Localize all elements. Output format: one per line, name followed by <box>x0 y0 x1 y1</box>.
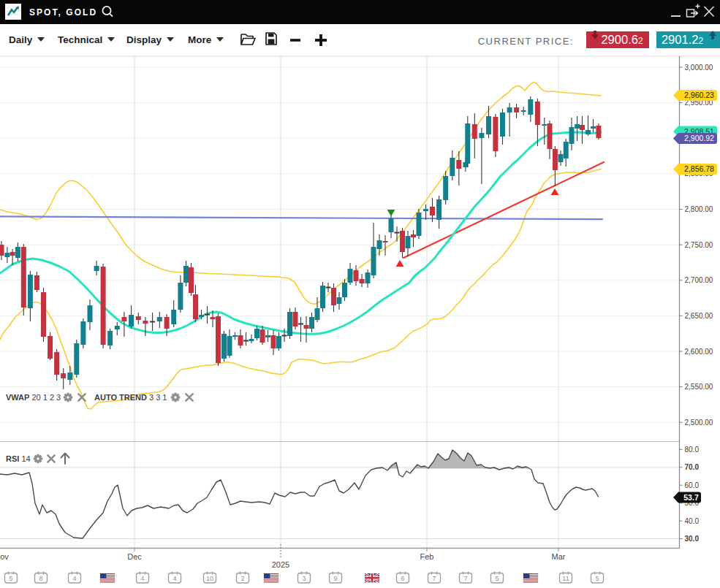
svg-text:4: 4 <box>173 575 176 582</box>
svg-text:4: 4 <box>72 575 76 582</box>
svg-text:8: 8 <box>39 575 42 582</box>
svg-text:2,960.23: 2,960.23 <box>684 91 714 99</box>
svg-text:RSI 14: RSI 14 <box>6 454 31 463</box>
svg-text:6: 6 <box>401 575 404 582</box>
svg-text:40.0: 40.0 <box>685 517 700 525</box>
svg-text:2,856.78: 2,856.78 <box>684 164 714 173</box>
svg-text:2,600.00: 2,600.00 <box>685 348 713 356</box>
svg-text:2025: 2025 <box>272 560 289 569</box>
svg-text:7: 7 <box>432 575 436 582</box>
svg-text:7: 7 <box>463 575 467 582</box>
svg-text:9: 9 <box>333 575 337 582</box>
svg-text:11: 11 <box>562 575 569 582</box>
svg-text:53.7: 53.7 <box>683 493 699 502</box>
svg-text:2,650.00: 2,650.00 <box>685 312 713 320</box>
svg-text:3: 3 <box>302 575 306 582</box>
svg-text:VWAP 20 1 2 3: VWAP 20 1 2 3 <box>6 393 61 402</box>
svg-text:2,550.00: 2,550.00 <box>685 383 713 391</box>
svg-text:2,500.00: 2,500.00 <box>685 419 713 427</box>
svg-text:2: 2 <box>240 575 244 582</box>
svg-text:10: 10 <box>206 575 213 582</box>
svg-text:2,800.00: 2,800.00 <box>685 205 713 213</box>
svg-text:80.0: 80.0 <box>685 446 700 454</box>
svg-text:5: 5 <box>595 575 599 582</box>
svg-text:Mar: Mar <box>552 552 566 561</box>
svg-text:Dec: Dec <box>127 552 142 561</box>
svg-text:60.0: 60.0 <box>685 481 700 489</box>
svg-text:2,750.00: 2,750.00 <box>685 241 713 249</box>
svg-text:Nov: Nov <box>0 552 9 561</box>
svg-text:70.0: 70.0 <box>685 463 700 471</box>
svg-text:5: 5 <box>9 575 12 582</box>
svg-text:5: 5 <box>495 575 499 582</box>
svg-text:AUTO TREND 3 3 1: AUTO TREND 3 3 1 <box>94 393 167 402</box>
svg-text:30.0: 30.0 <box>685 535 700 543</box>
svg-text:2,900.92: 2,900.92 <box>684 134 714 142</box>
svg-text:4: 4 <box>140 575 144 582</box>
svg-text:3,000.00: 3,000.00 <box>685 64 713 72</box>
svg-text:Feb: Feb <box>420 552 434 561</box>
svg-text:2,700.00: 2,700.00 <box>685 276 713 284</box>
